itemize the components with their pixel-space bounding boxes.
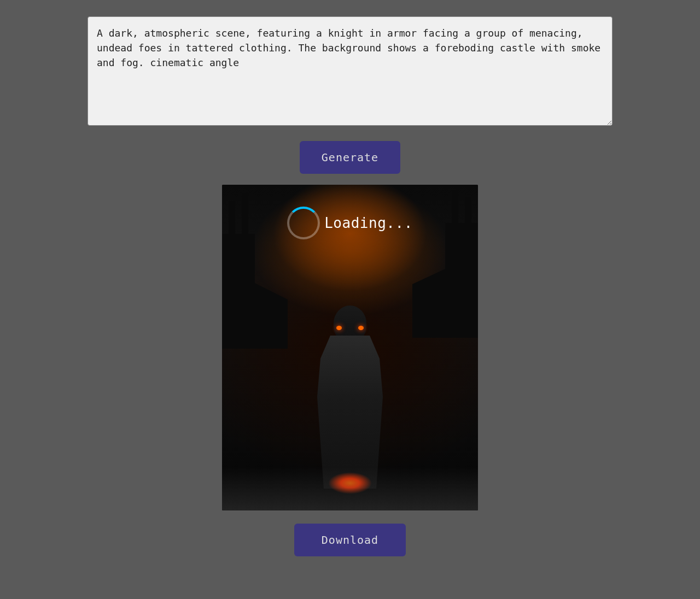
image-placeholder: Loading... (222, 185, 478, 510)
loading-overlay: Loading... (222, 185, 478, 510)
prompt-textarea[interactable] (88, 16, 612, 126)
loading-text: Loading... (324, 215, 413, 231)
generate-button[interactable]: Generate (300, 141, 400, 174)
generated-image: Loading... (222, 185, 478, 510)
download-button[interactable]: Download (294, 524, 406, 556)
loading-spinner (287, 207, 320, 239)
loading-content: Loading... (287, 207, 413, 239)
